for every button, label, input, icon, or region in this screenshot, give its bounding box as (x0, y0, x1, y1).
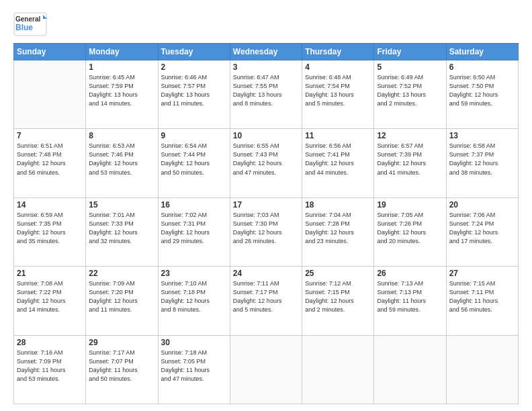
calendar-cell: 30Sunrise: 7:18 AM Sunset: 7:05 PM Dayli… (158, 335, 230, 404)
calendar-cell: 8Sunrise: 6:53 AM Sunset: 7:46 PM Daylig… (86, 129, 158, 197)
day-info: Sunrise: 6:58 AM Sunset: 7:37 PM Dayligh… (449, 142, 515, 177)
calendar-cell (446, 335, 518, 404)
calendar-cell: 5Sunrise: 6:49 AM Sunset: 7:52 PM Daylig… (374, 60, 446, 129)
day-info: Sunrise: 6:46 AM Sunset: 7:57 PM Dayligh… (161, 73, 227, 108)
day-number: 6 (449, 62, 515, 72)
day-info: Sunrise: 7:12 AM Sunset: 7:15 PM Dayligh… (305, 279, 371, 314)
day-info: Sunrise: 6:45 AM Sunset: 7:59 PM Dayligh… (89, 73, 154, 108)
day-info: Sunrise: 7:09 AM Sunset: 7:20 PM Dayligh… (89, 279, 154, 314)
calendar-cell: 27Sunrise: 7:15 AM Sunset: 7:11 PM Dayli… (446, 267, 518, 335)
days-of-week-row: SundayMondayTuesdayWednesdayThursdayFrid… (14, 44, 519, 60)
col-header-tuesday: Tuesday (158, 44, 230, 60)
calendar-cell: 24Sunrise: 7:11 AM Sunset: 7:17 PM Dayli… (230, 267, 302, 335)
calendar-cell: 14Sunrise: 6:59 AM Sunset: 7:35 PM Dayli… (14, 197, 86, 266)
day-info: Sunrise: 7:10 AM Sunset: 7:18 PM Dayligh… (161, 279, 227, 314)
week-row-1: 1Sunrise: 6:45 AM Sunset: 7:59 PM Daylig… (14, 60, 519, 129)
calendar-cell: 18Sunrise: 7:04 AM Sunset: 7:28 PM Dayli… (302, 197, 374, 266)
day-info: Sunrise: 7:16 AM Sunset: 7:09 PM Dayligh… (17, 349, 83, 383)
day-number: 21 (17, 269, 83, 278)
week-row-3: 14Sunrise: 6:59 AM Sunset: 7:35 PM Dayli… (14, 197, 519, 266)
day-number: 10 (233, 131, 299, 140)
day-number: 24 (233, 269, 299, 278)
calendar-cell: 20Sunrise: 7:06 AM Sunset: 7:24 PM Dayli… (446, 197, 518, 266)
day-info: Sunrise: 7:18 AM Sunset: 7:05 PM Dayligh… (161, 349, 227, 383)
col-header-friday: Friday (374, 44, 446, 60)
day-number: 18 (305, 200, 371, 210)
day-info: Sunrise: 6:56 AM Sunset: 7:41 PM Dayligh… (305, 142, 371, 177)
day-info: Sunrise: 6:48 AM Sunset: 7:54 PM Dayligh… (305, 73, 371, 108)
day-number: 29 (89, 338, 154, 347)
week-row-2: 7Sunrise: 6:51 AM Sunset: 7:48 PM Daylig… (14, 129, 519, 197)
day-number: 2 (161, 62, 227, 72)
calendar-cell: 17Sunrise: 7:03 AM Sunset: 7:30 PM Dayli… (230, 197, 302, 266)
calendar-cell: 26Sunrise: 7:13 AM Sunset: 7:13 PM Dayli… (374, 267, 446, 335)
day-number: 9 (161, 131, 227, 140)
day-number: 22 (89, 269, 154, 278)
calendar-cell: 19Sunrise: 7:05 AM Sunset: 7:26 PM Dayli… (374, 197, 446, 266)
day-number: 12 (377, 131, 443, 140)
day-info: Sunrise: 6:50 AM Sunset: 7:50 PM Dayligh… (449, 73, 515, 108)
day-number: 8 (89, 131, 154, 140)
day-number: 25 (305, 269, 371, 278)
calendar-cell: 7Sunrise: 6:51 AM Sunset: 7:48 PM Daylig… (14, 129, 86, 197)
day-info: Sunrise: 7:05 AM Sunset: 7:26 PM Dayligh… (377, 211, 443, 246)
day-info: Sunrise: 6:47 AM Sunset: 7:55 PM Dayligh… (233, 73, 299, 108)
header: General Blue (13, 12, 519, 36)
day-number: 16 (161, 200, 227, 210)
calendar-cell: 12Sunrise: 6:57 AM Sunset: 7:39 PM Dayli… (374, 129, 446, 197)
day-number: 23 (161, 269, 227, 278)
calendar-cell (230, 335, 302, 404)
calendar-cell (14, 60, 86, 129)
calendar-cell: 28Sunrise: 7:16 AM Sunset: 7:09 PM Dayli… (14, 335, 86, 404)
day-number: 15 (89, 200, 154, 210)
day-number: 20 (449, 200, 515, 210)
calendar-cell: 11Sunrise: 6:56 AM Sunset: 7:41 PM Dayli… (302, 129, 374, 197)
day-number: 14 (17, 200, 83, 210)
day-info: Sunrise: 6:59 AM Sunset: 7:35 PM Dayligh… (17, 211, 83, 246)
page: General Blue SundayMondayTuesdayWednesda… (0, 0, 532, 411)
day-info: Sunrise: 6:55 AM Sunset: 7:43 PM Dayligh… (233, 142, 299, 177)
day-number: 13 (449, 131, 515, 140)
calendar-cell: 3Sunrise: 6:47 AM Sunset: 7:55 PM Daylig… (230, 60, 302, 129)
day-info: Sunrise: 7:13 AM Sunset: 7:13 PM Dayligh… (377, 279, 443, 314)
day-info: Sunrise: 6:51 AM Sunset: 7:48 PM Dayligh… (17, 142, 83, 177)
calendar-cell: 23Sunrise: 7:10 AM Sunset: 7:18 PM Dayli… (158, 267, 230, 335)
day-number: 1 (89, 62, 154, 72)
day-number: 27 (449, 269, 515, 278)
calendar-cell (302, 335, 374, 404)
day-info: Sunrise: 7:01 AM Sunset: 7:33 PM Dayligh… (89, 211, 154, 246)
calendar-cell: 22Sunrise: 7:09 AM Sunset: 7:20 PM Dayli… (86, 267, 158, 335)
day-info: Sunrise: 6:53 AM Sunset: 7:46 PM Dayligh… (89, 142, 154, 177)
day-number: 4 (305, 62, 371, 72)
calendar-body: 1Sunrise: 6:45 AM Sunset: 7:59 PM Daylig… (14, 60, 519, 404)
calendar-cell (374, 335, 446, 404)
day-info: Sunrise: 7:17 AM Sunset: 7:07 PM Dayligh… (89, 349, 154, 383)
day-number: 19 (377, 200, 443, 210)
day-info: Sunrise: 7:15 AM Sunset: 7:11 PM Dayligh… (449, 279, 515, 314)
day-info: Sunrise: 7:08 AM Sunset: 7:22 PM Dayligh… (17, 279, 83, 314)
day-info: Sunrise: 7:02 AM Sunset: 7:31 PM Dayligh… (161, 211, 227, 246)
day-number: 7 (17, 131, 83, 140)
calendar-cell: 10Sunrise: 6:55 AM Sunset: 7:43 PM Dayli… (230, 129, 302, 197)
day-info: Sunrise: 6:57 AM Sunset: 7:39 PM Dayligh… (377, 142, 443, 177)
col-header-saturday: Saturday (446, 44, 518, 60)
day-number: 26 (377, 269, 443, 278)
day-info: Sunrise: 7:06 AM Sunset: 7:24 PM Dayligh… (449, 211, 515, 246)
col-header-thursday: Thursday (302, 44, 374, 60)
col-header-sunday: Sunday (14, 44, 86, 60)
col-header-wednesday: Wednesday (230, 44, 302, 60)
calendar-cell: 16Sunrise: 7:02 AM Sunset: 7:31 PM Dayli… (158, 197, 230, 266)
svg-text:Blue: Blue (15, 23, 33, 32)
week-row-4: 21Sunrise: 7:08 AM Sunset: 7:22 PM Dayli… (14, 267, 519, 335)
calendar-cell: 15Sunrise: 7:01 AM Sunset: 7:33 PM Dayli… (86, 197, 158, 266)
logo-svg: General Blue (13, 12, 47, 36)
calendar-cell: 9Sunrise: 6:54 AM Sunset: 7:44 PM Daylig… (158, 129, 230, 197)
logo: General Blue (13, 12, 47, 36)
calendar-cell: 25Sunrise: 7:12 AM Sunset: 7:15 PM Dayli… (302, 267, 374, 335)
calendar-cell: 6Sunrise: 6:50 AM Sunset: 7:50 PM Daylig… (446, 60, 518, 129)
day-number: 17 (233, 200, 299, 210)
svg-text:General: General (15, 15, 40, 23)
day-info: Sunrise: 7:11 AM Sunset: 7:17 PM Dayligh… (233, 279, 299, 314)
day-number: 11 (305, 131, 371, 140)
day-info: Sunrise: 7:04 AM Sunset: 7:28 PM Dayligh… (305, 211, 371, 246)
